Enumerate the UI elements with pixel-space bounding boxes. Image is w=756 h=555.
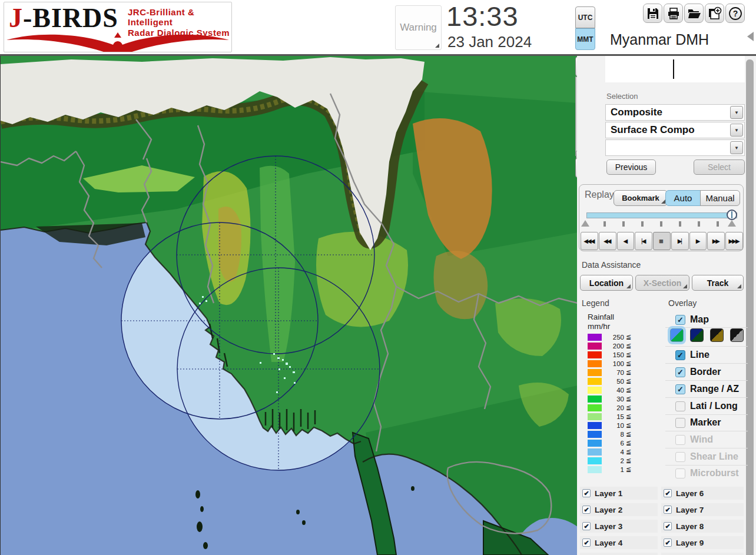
checkbox-checked-icon[interactable]: ✓ [675,384,685,394]
new-window-button[interactable] [705,4,724,23]
replay-slider-knob[interactable] [727,210,737,220]
checkbox-checked-icon[interactable]: ✓ [675,350,685,360]
checkbox-unchecked-icon[interactable]: ✓ [675,401,685,411]
step-forward-button[interactable]: ▶| [671,232,689,250]
map-style-swatch[interactable] [690,328,704,342]
step-back-button[interactable]: |◀ [635,232,652,250]
legend-row: 50≦ [588,377,631,385]
layer-toggle[interactable]: ✔Layer 1 [580,487,658,500]
playback-controls: ◀◀◀ ◀◀ ◀ |◀ ■ ▶| ▶ ▶▶ ▶▶▶ [581,232,743,250]
map-style-swatch[interactable] [710,328,724,342]
location-button[interactable]: Location [580,275,633,291]
checkbox-checked-icon[interactable]: ✔ [582,506,591,514]
warning-button[interactable]: Warning [395,5,442,50]
overlay-item-line[interactable]: ✓Line [668,348,745,361]
overlay-item-range-az[interactable]: ✓Range / AZ [668,383,745,396]
auto-mode-button[interactable]: Auto [665,190,701,206]
legend-row: 8≦ [588,430,631,438]
checkbox-checked-icon[interactable]: ✔ [582,539,591,547]
layer-toggle[interactable]: ✔Layer 8 [661,520,744,533]
save-button[interactable] [643,4,662,23]
clock-time: 13:33 [446,0,519,32]
overlay-item-marker[interactable]: ✓Marker [668,416,745,429]
open-file-button[interactable] [684,4,704,23]
xsection-button[interactable]: X-Section [635,275,689,291]
legend-row: 6≦ [588,438,631,447]
legend-row: 70≦ [588,368,631,377]
legend-row: 2≦ [588,456,631,465]
option-dropdown[interactable]: ▼ [605,139,745,156]
manual-mode-button[interactable]: Manual [700,190,740,206]
legend-row: 100≦ [588,359,631,368]
utc-toggle-button[interactable]: UTC [575,6,595,28]
stop-button[interactable]: ■ [653,232,671,250]
play-button[interactable]: ▶ [689,232,707,250]
checkbox-checked-icon[interactable]: ✔ [664,522,672,530]
legend-unit-line1: Rainfall [588,313,614,321]
overlay-item-wind: ✓Wind [668,433,745,446]
forward-fastest-button[interactable]: ▶▶▶ [725,232,743,250]
help-button[interactable]: ? [725,4,745,23]
checkbox-checked-icon[interactable]: ✔ [664,489,672,497]
timeline-end-marker[interactable] [728,220,736,227]
layer-toggle[interactable]: ✔Layer 9 [661,536,744,549]
legend-row: 10≦ [588,421,631,430]
play-reverse-button[interactable]: ◀ [617,232,635,250]
map-style-swatch[interactable] [730,328,744,342]
category-dropdown[interactable]: Composite▼ [605,104,745,121]
checkbox-checked-icon[interactable]: ✔ [664,539,672,547]
overlay-item-lati-long[interactable]: ✓Lati / Long [668,400,745,413]
weather-map[interactable] [0,56,577,555]
data-assistance-label: Data Assistance [582,260,641,270]
legend-row: 250≦ [588,333,631,341]
chevron-down-icon[interactable]: ▼ [730,124,743,137]
checkbox-checked-icon[interactable]: ✔ [664,506,672,514]
chevron-down-icon[interactable]: ▼ [730,106,743,119]
overlay-item-shear-line: ✓Shear Line [668,450,745,463]
forward-fast-button[interactable]: ▶▶ [707,232,725,250]
legend-row: 20≦ [588,403,631,412]
layer-toggle[interactable] [580,553,658,555]
panel-collapse-arrow-icon[interactable] [747,32,754,41]
help-icon: ? [728,6,742,21]
product-dropdown[interactable]: Surface R Compo▼ [605,122,745,138]
checkbox-checked-icon[interactable]: ✓ [675,367,685,377]
save-icon [646,7,659,20]
header-bar: J-BIRDS JRC-Brilliant & Intelligent Rada… [0,0,756,56]
overlay-item-map[interactable]: ✓Map [668,313,745,326]
track-button[interactable]: Track [692,275,744,291]
rewind-fastest-button[interactable]: ◀◀◀ [581,232,598,250]
bookmark-button[interactable]: Bookmark [614,190,668,206]
print-button[interactable] [664,4,683,23]
chevron-down-icon[interactable]: ▼ [730,141,743,154]
terrain-map [1,56,578,555]
comment-box[interactable] [605,56,745,82]
layer-toggle[interactable] [661,553,744,555]
layer-toggle[interactable]: ✔Layer 7 [661,503,744,516]
station-name[interactable]: Myanmar DMH [605,31,745,52]
legend-row: 15≦ [588,412,631,421]
rewind-fast-button[interactable]: ◀◀ [599,232,616,250]
timeline-start-marker[interactable] [581,220,589,227]
text-cursor [673,59,674,79]
checkbox-checked-icon[interactable]: ✓ [675,315,685,325]
select-button[interactable]: Select [694,159,745,175]
overlay-item-border[interactable]: ✓Border [668,365,745,378]
layer-toggle[interactable]: ✔Layer 3 [580,520,658,533]
selection-section-label: Selection [606,92,638,101]
legend-row: 200≦ [588,341,631,350]
layer-toggle[interactable]: ✔Layer 2 [580,503,658,516]
mmt-toggle-button[interactable]: MMT [575,28,595,50]
layer-toggle[interactable]: ✔Layer 6 [661,487,744,500]
replay-timeline-slider[interactable] [586,212,737,218]
previous-button[interactable]: Previous [606,159,656,175]
checkbox-checked-icon[interactable]: ✔ [582,522,591,530]
layer-toggle[interactable]: ✔Layer 4 [580,536,658,549]
map-style-swatch[interactable] [670,328,684,342]
legend-row: 30≦ [588,394,631,403]
panel-scrollbar[interactable] [746,59,754,555]
checkbox-unchecked-icon[interactable]: ✓ [675,418,685,428]
control-panel: Selection Composite▼ Surface R Compo▼ ▼ … [577,56,756,555]
open-folder-icon [687,6,701,21]
checkbox-checked-icon[interactable]: ✔ [582,489,591,497]
